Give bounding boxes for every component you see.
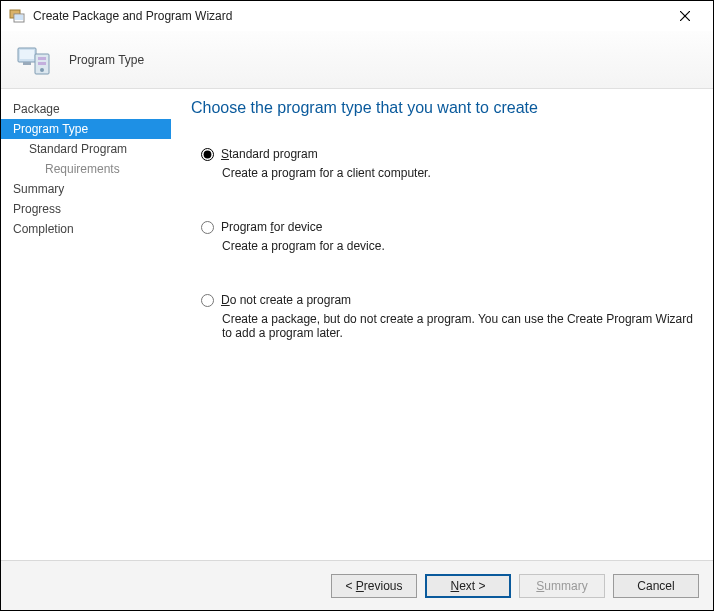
- option-program-for-device-row[interactable]: Program for device: [201, 220, 695, 234]
- nav-program-type[interactable]: Program Type: [1, 119, 171, 139]
- next-button[interactable]: Next >: [425, 574, 511, 598]
- option-standard-program-row[interactable]: Standard program: [201, 147, 695, 161]
- svg-rect-9: [38, 57, 46, 60]
- content-heading: Choose the program type that you want to…: [191, 99, 695, 117]
- wizard-body: Package Program Type Standard Program Re…: [1, 89, 713, 560]
- window-title: Create Package and Program Wizard: [33, 9, 665, 23]
- previous-button[interactable]: < Previous: [331, 574, 417, 598]
- nav-completion[interactable]: Completion: [1, 219, 171, 239]
- radio-do-not-create[interactable]: [201, 294, 214, 307]
- option-program-for-device-label: Program for device: [221, 220, 322, 234]
- nav-standard-program[interactable]: Standard Program: [1, 139, 171, 159]
- nav-summary[interactable]: Summary: [1, 179, 171, 199]
- option-standard-program-label: Standard program: [221, 147, 318, 161]
- option-do-not-create: Do not create a program Create a package…: [191, 293, 695, 340]
- title-bar: Create Package and Program Wizard: [1, 1, 713, 31]
- program-type-icon: [15, 40, 55, 80]
- nav-requirements[interactable]: Requirements: [1, 159, 171, 179]
- option-program-for-device-desc: Create a program for a device.: [222, 239, 695, 253]
- svg-rect-2: [15, 15, 23, 20]
- option-do-not-create-label: Do not create a program: [221, 293, 351, 307]
- svg-rect-7: [23, 62, 31, 65]
- option-standard-program-desc: Create a program for a client computer.: [222, 166, 695, 180]
- radio-program-for-device[interactable]: [201, 221, 214, 234]
- wizard-content: Choose the program type that you want to…: [171, 89, 713, 560]
- nav-package[interactable]: Package: [1, 99, 171, 119]
- radio-standard-program[interactable]: [201, 148, 214, 161]
- wizard-header: Program Type: [1, 31, 713, 89]
- wizard-header-title: Program Type: [69, 53, 144, 67]
- wizard-footer: < Previous Next > Summary Cancel: [1, 560, 713, 610]
- nav-progress[interactable]: Progress: [1, 199, 171, 219]
- close-button[interactable]: [665, 2, 705, 30]
- option-do-not-create-row[interactable]: Do not create a program: [201, 293, 695, 307]
- svg-rect-6: [20, 50, 34, 59]
- summary-button: Summary: [519, 574, 605, 598]
- app-icon: [9, 8, 25, 24]
- cancel-button[interactable]: Cancel: [613, 574, 699, 598]
- svg-point-11: [40, 68, 44, 72]
- option-do-not-create-desc: Create a package, but do not create a pr…: [222, 312, 695, 340]
- wizard-nav: Package Program Type Standard Program Re…: [1, 89, 171, 560]
- option-program-for-device: Program for device Create a program for …: [191, 220, 695, 253]
- svg-rect-10: [38, 62, 46, 65]
- option-standard-program: Standard program Create a program for a …: [191, 147, 695, 180]
